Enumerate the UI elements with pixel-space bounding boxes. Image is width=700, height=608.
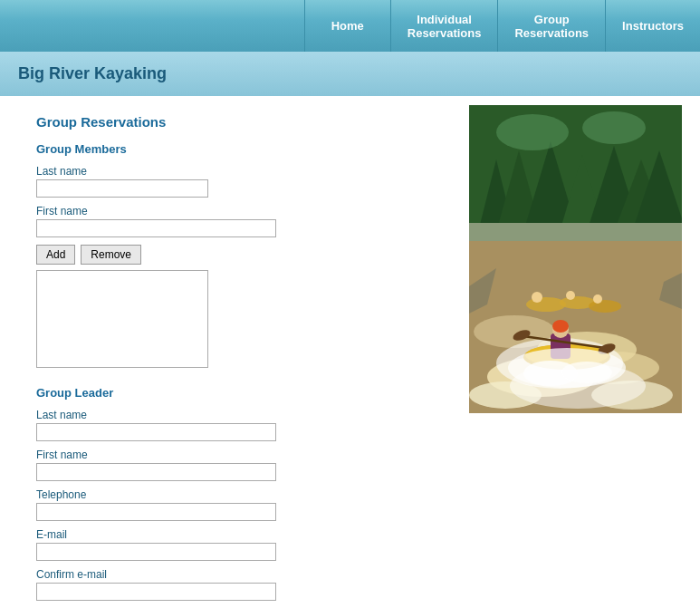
email-label: E-mail xyxy=(36,528,451,541)
remove-button[interactable]: Remove xyxy=(81,245,141,265)
telephone-input[interactable] xyxy=(36,503,276,521)
svg-point-26 xyxy=(593,294,602,304)
site-title: Big River Kayaking xyxy=(18,64,167,82)
first-name-input[interactable] xyxy=(36,219,276,237)
confirm-email-label: Confirm e-mail xyxy=(36,568,451,581)
leader-first-name-label: First name xyxy=(36,449,451,461)
svg-point-10 xyxy=(582,111,646,144)
last-name-label: Last name xyxy=(36,165,451,178)
group-leader-heading: Group Leader xyxy=(36,386,451,400)
svg-point-25 xyxy=(589,300,621,313)
nav-individual-reservations[interactable]: Individual Reservations xyxy=(390,0,498,52)
member-buttons: Add Remove xyxy=(36,245,451,265)
last-name-input[interactable] xyxy=(36,179,208,198)
nav-instructors[interactable]: Instructors xyxy=(605,0,700,52)
leader-first-name-input[interactable] xyxy=(36,463,276,481)
leader-last-name-label: Last name xyxy=(36,409,451,421)
leader-last-name-input[interactable] xyxy=(36,423,276,441)
nav-group-reservations[interactable]: Group Reservations xyxy=(497,0,605,52)
form-area: Group Reservations Group Members Last na… xyxy=(36,105,451,608)
nav-bar: Home Individual Reservations Group Reser… xyxy=(0,0,700,52)
section-title: Group Reservations xyxy=(36,114,451,130)
image-area xyxy=(469,105,682,608)
nav-home[interactable]: Home xyxy=(304,0,390,52)
add-button[interactable]: Add xyxy=(36,245,75,265)
svg-point-9 xyxy=(496,114,569,150)
members-textarea[interactable] xyxy=(36,270,208,368)
kayaking-image xyxy=(469,105,682,413)
svg-point-24 xyxy=(566,291,575,300)
svg-point-37 xyxy=(561,362,612,383)
svg-point-31 xyxy=(552,320,569,333)
main-content: Group Reservations Group Members Last na… xyxy=(0,96,700,608)
group-members-heading: Group Members xyxy=(36,142,451,156)
email-input[interactable] xyxy=(36,543,276,561)
site-title-bar: Big River Kayaking xyxy=(0,52,700,96)
telephone-label: Telephone xyxy=(36,488,451,501)
svg-point-22 xyxy=(532,292,542,303)
confirm-email-input[interactable] xyxy=(36,583,276,601)
first-name-label: First name xyxy=(36,205,451,217)
